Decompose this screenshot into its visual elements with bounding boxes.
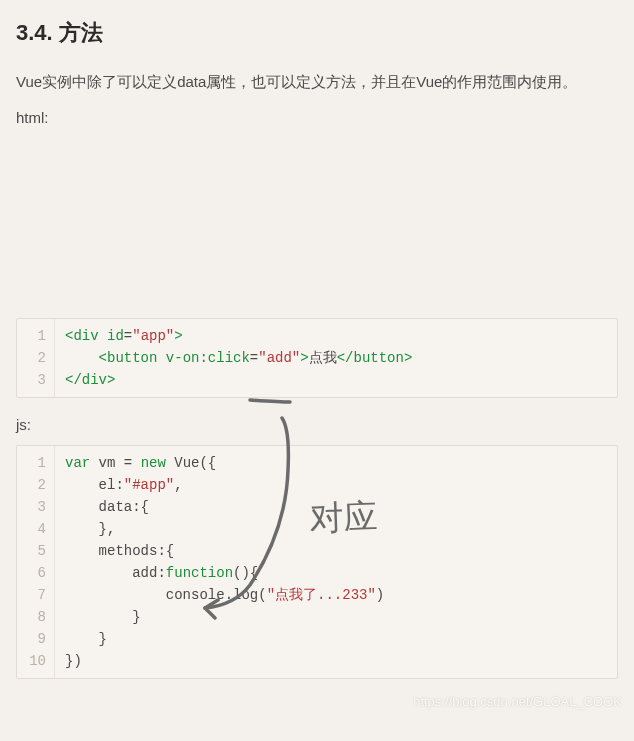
- tok: Vue({: [166, 455, 216, 471]
- line-number: 2: [17, 347, 54, 369]
- label-html: html:: [16, 109, 618, 126]
- tok: =: [124, 328, 132, 344]
- section-heading: 3.4. 方法: [16, 18, 618, 48]
- line-number: 3: [17, 369, 54, 391]
- tok: 点我: [309, 350, 337, 366]
- tok: ,: [174, 477, 182, 493]
- tok: },: [65, 521, 115, 537]
- line-number: 3: [17, 496, 54, 518]
- line-number: 9: [17, 628, 54, 650]
- line-number: 8: [17, 606, 54, 628]
- tok: }: [65, 609, 141, 625]
- tok: data:{: [65, 499, 149, 515]
- code-block-html: 1 2 3 <div id="app"> <button v-on:click=…: [16, 318, 618, 398]
- watermark: https://blog.csdn.net/GLOAL_COOK: [413, 694, 622, 709]
- tok: =: [250, 350, 258, 366]
- tok: el:: [65, 477, 124, 493]
- section-paragraph: Vue实例中除了可以定义data属性，也可以定义方法，并且在Vue的作用范围内使…: [16, 68, 618, 95]
- tok: "app": [132, 328, 174, 344]
- tok: (){: [233, 565, 258, 581]
- tok: <button: [99, 350, 158, 366]
- code-block-js: 1 2 3 4 5 6 7 8 9 10 var vm = new Vue({ …: [16, 445, 618, 679]
- line-gutter: 1 2 3 4 5 6 7 8 9 10: [17, 446, 55, 678]
- tok: }): [65, 653, 82, 669]
- tok: ): [376, 587, 384, 603]
- tok: "#app": [124, 477, 174, 493]
- ad-placeholder: [16, 138, 618, 318]
- label-js: js:: [16, 416, 618, 433]
- tok: add:: [65, 565, 166, 581]
- tok: var: [65, 455, 90, 471]
- tok: new: [141, 455, 166, 471]
- code-content: <div id="app"> <button v-on:click="add">…: [55, 319, 422, 397]
- annotation-text: 对应: [309, 494, 379, 542]
- tok: </div>: [65, 372, 115, 388]
- tok: <div: [65, 328, 99, 344]
- code-content: var vm = new Vue({ el:"#app", data:{ }, …: [55, 446, 394, 678]
- line-number: 5: [17, 540, 54, 562]
- line-number: 2: [17, 474, 54, 496]
- tok: "add": [258, 350, 300, 366]
- line-number: 4: [17, 518, 54, 540]
- tok: vm: [90, 455, 124, 471]
- tok: [65, 350, 99, 366]
- tok: </button>: [337, 350, 413, 366]
- tok: console.log(: [65, 587, 267, 603]
- line-number: 6: [17, 562, 54, 584]
- tok: }: [65, 631, 107, 647]
- tok: function: [166, 565, 233, 581]
- line-number: 1: [17, 325, 54, 347]
- tok: methods:{: [65, 543, 174, 559]
- line-gutter: 1 2 3: [17, 319, 55, 397]
- tok: >: [174, 328, 182, 344]
- tok: v-on:click: [157, 350, 249, 366]
- tok: "点我了...233": [267, 587, 376, 603]
- line-number: 1: [17, 452, 54, 474]
- line-number: 10: [17, 650, 54, 672]
- tok: =: [124, 455, 141, 471]
- line-number: 7: [17, 584, 54, 606]
- tok: >: [300, 350, 308, 366]
- tok: id: [99, 328, 124, 344]
